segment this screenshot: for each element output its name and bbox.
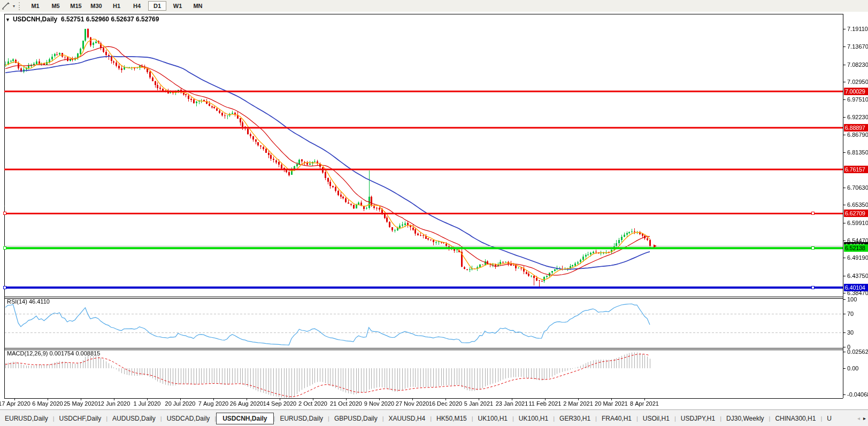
- symbol-dropdown-icon[interactable]: ▼: [5, 17, 10, 22]
- rsi-indicator-label: RSI(14) 46.4110: [7, 298, 50, 305]
- tool-dropdown-arrow-icon[interactable]: ▾: [13, 4, 15, 9]
- timeframe-button-d1[interactable]: D1: [148, 1, 166, 11]
- chart-tab-u[interactable]: U: [822, 413, 836, 424]
- timeframe-buttons: M1M5M15M30H1H4D1W1MN: [25, 1, 208, 11]
- price-badge-6-76157: 6.76157: [844, 166, 868, 173]
- chart-tab-hk50-m15[interactable]: HK50,M15: [432, 413, 472, 424]
- chart-tab-audusd-daily[interactable]: AUDUSD,Daily: [107, 413, 160, 424]
- timeframe-button-w1[interactable]: W1: [168, 1, 187, 11]
- timeframe-button-m30[interactable]: M30: [87, 1, 105, 11]
- chart-tab-china300-h1[interactable]: CHINA300,H1: [770, 413, 820, 424]
- timeframe-button-m15[interactable]: M15: [67, 1, 85, 11]
- chart-tab-bar: EURUSD,Daily|USDCHF,Daily|AUDUSD,Daily|U…: [0, 409, 868, 426]
- timeframe-button-m5[interactable]: M5: [47, 1, 65, 11]
- chart-tab-usdcad-daily[interactable]: USDCAD,Daily: [162, 413, 215, 424]
- timeframe-button-mn[interactable]: MN: [189, 1, 207, 11]
- chart-tab-usdcnh-daily[interactable]: USDCNH,Daily: [216, 413, 273, 424]
- terminal-window: ▾ M1M5M15M30H1H4D1W1MN ▼USDCNH,Daily 6.5…: [0, 0, 868, 426]
- tabs-container: EURUSD,Daily|USDCHF,Daily|AUDUSD,Daily|U…: [0, 413, 836, 424]
- chart-tab-dj30-weekly[interactable]: DJ30,Weekly: [721, 413, 769, 424]
- timeframe-button-h4[interactable]: H4: [128, 1, 146, 11]
- chart-tab-ger30-h1[interactable]: GER30,H1: [555, 413, 595, 424]
- tab-scroll-left-icon[interactable]: ◂: [857, 415, 860, 421]
- chart-tab-eurusd-daily[interactable]: EURUSD,Daily: [275, 413, 328, 424]
- price-badge-6-88897: 6.88897: [844, 124, 868, 131]
- draw-tool-icon[interactable]: [2, 2, 11, 10]
- chart-tab-uk100-h1[interactable]: UK100,H1: [514, 413, 553, 424]
- chart-title: ▼USDCNH,Daily 6.52751 6.52960 6.52637 6.…: [5, 16, 159, 23]
- chart-tab-uk100-h1[interactable]: UK100,H1: [473, 413, 512, 424]
- chart-tab-usoil-h1[interactable]: USOil,H1: [638, 413, 674, 424]
- tab-scroll-right-icon[interactable]: ▸: [863, 415, 866, 421]
- price-badge-7-00029: 7.00029: [844, 88, 868, 95]
- price-badge-6-40104: 6.40104: [844, 284, 868, 291]
- chart-tab-usdjpy-h1[interactable]: USDJPY,H1: [676, 413, 720, 424]
- chart-symbol-period: USDCNH,Daily: [13, 16, 57, 23]
- toolbar-grip-handle[interactable]: [19, 2, 21, 10]
- chart-tab-usdchf-daily[interactable]: USDCHF,Daily: [55, 413, 106, 424]
- chart-ohlc-values: 6.52751 6.52960 6.52637 6.52769: [61, 16, 159, 23]
- top-toolbar: ▾ M1M5M15M30H1H4D1W1MN: [0, 0, 868, 12]
- price-badge-6-62709: 6.62709: [844, 210, 868, 217]
- tab-scroll-arrows: ◂ ▸: [855, 410, 868, 426]
- timeframe-button-m1[interactable]: M1: [26, 1, 44, 11]
- chart-tab-gbpusd-daily[interactable]: GBPUSD,Daily: [329, 413, 382, 424]
- chart-canvas[interactable]: [0, 12, 868, 408]
- chart-tab-fra40-h1[interactable]: FRA40,H1: [597, 413, 636, 424]
- chart-tab-xauusd-h4[interactable]: XAUUSD,H4: [384, 413, 431, 424]
- chart-tab-eurusd-daily[interactable]: EURUSD,Daily: [0, 413, 53, 424]
- price-badge-6-52138: 6.52138: [844, 244, 868, 252]
- macd-indicator-label: MACD(12,26,9) 0.001754 0.008815: [7, 350, 100, 357]
- timeframe-button-h1[interactable]: H1: [107, 1, 126, 11]
